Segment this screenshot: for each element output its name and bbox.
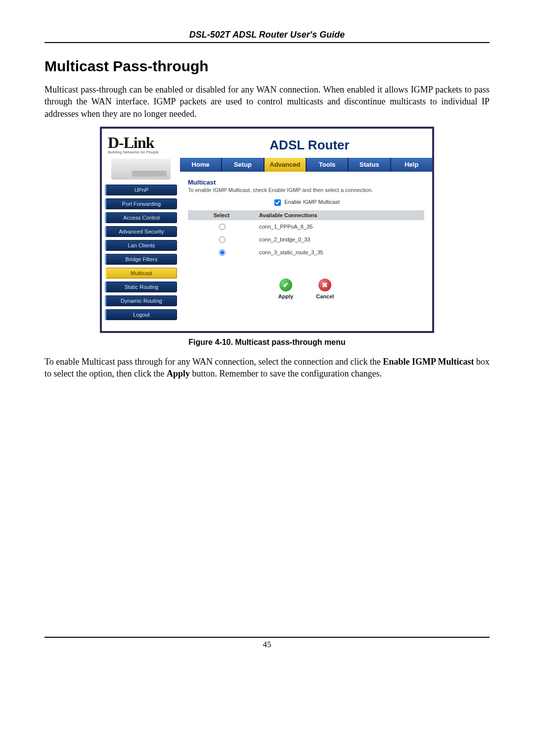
conn-name-1: conn_2_bridge_0_33 [255, 233, 424, 246]
sidebar: UPnP Port Forwarding Access Control Adva… [102, 158, 180, 331]
cancel-button[interactable]: ✖ Cancel [316, 279, 334, 299]
enable-igmp-text: Enable IGMP Multicast [284, 199, 340, 205]
sidebar-item-bridge-filters[interactable]: Bridge Filters [105, 254, 177, 265]
sidebar-item-dynamic-routing[interactable]: Dynamic Routing [105, 295, 177, 306]
tab-home[interactable]: Home [180, 158, 222, 172]
sidebar-item-advanced-security[interactable]: Advanced Security [105, 226, 177, 237]
intro-paragraph: Multicast pass-through can be enabled or… [44, 84, 490, 120]
enable-igmp-label[interactable]: Enable IGMP Multicast [272, 199, 340, 205]
brand-logo: D-Link [108, 134, 187, 152]
col-select: Select [188, 210, 255, 220]
page-number: 45 [263, 640, 271, 649]
apply-label: Apply [278, 293, 294, 299]
instruction-paragraph: To enable Multicast pass through for any… [44, 356, 490, 380]
router-screenshot: D-Link Building Networks for People ADSL… [100, 127, 434, 333]
select-radio-2[interactable] [219, 249, 225, 256]
sidebar-item-multicast[interactable]: Multicast [105, 268, 177, 279]
brand-tagline: Building Networks for People [108, 150, 187, 154]
apply-button[interactable]: ✔ Apply [278, 279, 294, 299]
tab-setup[interactable]: Setup [222, 158, 264, 172]
sidebar-item-port-forwarding[interactable]: Port Forwarding [105, 198, 177, 209]
tab-advanced[interactable]: Advanced [265, 158, 307, 172]
device-icon [111, 159, 171, 180]
figure-caption: Figure 4-10. Multicast pass-through menu [44, 338, 490, 347]
check-icon: ✔ [279, 279, 292, 291]
tab-help[interactable]: Help [391, 158, 432, 172]
select-radio-0[interactable] [219, 224, 225, 230]
table-row: conn_3_static_route_3_35 [188, 246, 424, 259]
connections-table: Select Available Connections conn_1_PPPo… [188, 210, 424, 259]
enable-igmp-checkbox[interactable] [274, 199, 281, 206]
tab-tools[interactable]: Tools [307, 158, 349, 172]
sidebar-item-lan-clients[interactable]: Lan Clients [105, 240, 177, 251]
sidebar-item-static-routing[interactable]: Static Routing [105, 282, 177, 292]
tab-bar: Home Setup Advanced Tools Status Help [180, 158, 432, 172]
sidebar-item-logout[interactable]: Logout [105, 309, 177, 320]
select-radio-1[interactable] [219, 236, 225, 243]
page-header: DSL-502T ADSL Router User's Guide [44, 30, 490, 43]
cancel-label: Cancel [316, 293, 334, 299]
table-row: conn_2_bridge_0_33 [188, 233, 424, 246]
sidebar-item-access-control[interactable]: Access Control [105, 212, 177, 223]
table-row: conn_1_PPPoA_8_35 [188, 220, 424, 233]
section-title: Multicast Pass-through [44, 58, 490, 75]
col-available: Available Connections [255, 210, 424, 220]
sidebar-item-upnp[interactable]: UPnP [105, 185, 177, 195]
page-footer: 45 [44, 637, 490, 650]
conn-name-2: conn_3_static_route_3_35 [255, 246, 424, 259]
router-title: ADSL Router [187, 129, 432, 158]
panel-subtext: To enable IGMP Multicast, check Enable I… [188, 187, 424, 193]
conn-name-0: conn_1_PPPoA_8_35 [255, 220, 424, 233]
tab-status[interactable]: Status [349, 158, 391, 172]
panel-heading: Multicast [188, 179, 424, 186]
cancel-icon: ✖ [318, 279, 331, 291]
